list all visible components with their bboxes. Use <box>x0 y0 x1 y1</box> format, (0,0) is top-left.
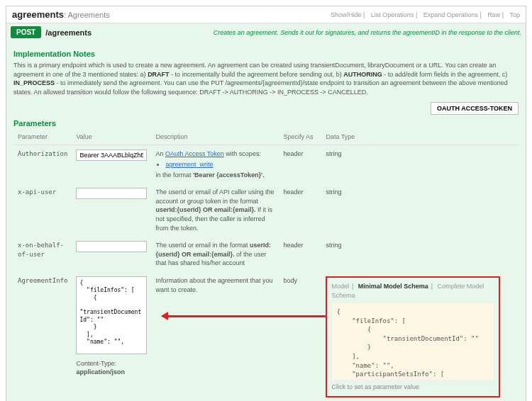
authorization-input[interactable] <box>76 149 147 161</box>
method-badge: POST <box>11 26 41 38</box>
param-row-x-api-user: x-api-user The userId or email of API ca… <box>13 183 519 237</box>
param-row-x-on-behalf: x-on-behalf-of-user The userId or email … <box>13 237 519 272</box>
operation-summary: Creates an agreement. Sends it out for s… <box>214 29 521 36</box>
resource-title[interactable]: agreements: Agreements <box>12 9 110 20</box>
x-on-behalf-input[interactable] <box>76 241 147 252</box>
notes-heading: Implementation Notes <box>13 50 519 58</box>
param-row-agreementinfo: AgreementInfo { "fileInfos": [ { "transi… <box>13 272 519 401</box>
col-datatype: Data Type <box>321 130 519 145</box>
model-schema-panel: Model| Minimal Model Schema| Complete Mo… <box>326 276 500 397</box>
operation-row[interactable]: POST /agreements Creates an agreement. S… <box>6 23 526 41</box>
col-description: Description <box>151 130 279 145</box>
tab-minimal-schema[interactable]: Minimal Model Schema <box>358 283 428 290</box>
agreementinfo-body-input[interactable]: { "fileInfos": [ { "transientDocumentId"… <box>76 276 147 354</box>
col-parameter: Parameter <box>13 130 72 145</box>
col-specify: Specify As <box>279 130 321 145</box>
scope-link[interactable]: agreement_write <box>165 161 213 168</box>
annotation-arrow <box>162 315 326 317</box>
x-api-user-input[interactable] <box>76 188 147 199</box>
link-list-ops[interactable]: List Operations <box>371 11 414 18</box>
link-showhide[interactable]: Show/Hide <box>331 11 362 18</box>
parameters-heading: Parameters <box>13 119 519 128</box>
oauth-token-button[interactable]: OAUTH ACCESS-TOKEN <box>431 102 519 115</box>
param-row-authorization: Authorization An OAuth Access Token with… <box>13 145 519 183</box>
schema-click-hint: Click to set as parameter value <box>331 383 494 392</box>
implementation-notes: This is a primary endpoint which is used… <box>13 61 519 96</box>
link-top[interactable]: Top <box>509 11 520 18</box>
link-raw[interactable]: Raw <box>487 11 500 18</box>
tab-model[interactable]: Model <box>331 283 349 290</box>
oauth-token-link[interactable]: OAuth Access Token <box>165 150 224 157</box>
col-value: Value <box>72 130 151 145</box>
link-expand-ops[interactable]: Expand Operations <box>423 11 478 18</box>
schema-preview[interactable]: { "fileInfos": [ { "transientDocumentId"… <box>331 303 494 380</box>
endpoint-path: /agreements <box>45 28 92 37</box>
